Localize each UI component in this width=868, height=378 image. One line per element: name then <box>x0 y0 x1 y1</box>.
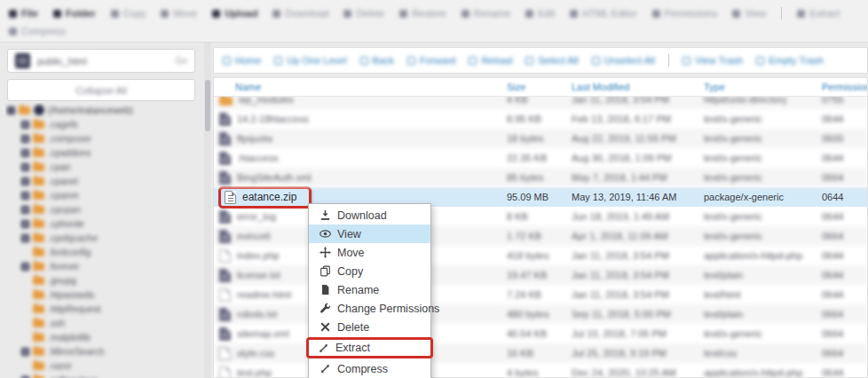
toolbar-copy-button[interactable]: Copy <box>111 8 146 19</box>
expand-icon[interactable] <box>21 135 29 143</box>
tree-item-razor[interactable]: .razor <box>5 358 204 373</box>
tree-item-cpobjcache[interactable]: .cpobjcache <box>5 231 204 245</box>
folder-icon <box>33 277 44 285</box>
file-perms: 0664 <box>822 348 867 358</box>
toolbar-extract-button[interactable]: Extract <box>797 8 840 19</box>
nav-back-button[interactable]: Back <box>360 55 394 66</box>
tree-item-softaculous[interactable]: .softaculous <box>5 373 204 378</box>
scrollbar-thumb[interactable] <box>205 80 210 131</box>
nav-reload-button[interactable]: Reload <box>469 55 512 66</box>
file-modified: Jul 10, 2018, 7:05 PM <box>572 328 704 339</box>
folder-icon <box>33 149 44 157</box>
tree-item-htpasswds[interactable]: .htpasswds <box>5 287 204 302</box>
nav-up-one-level-button[interactable]: Up One Level <box>274 55 346 66</box>
file-perms: 0600 <box>822 133 867 144</box>
expand-icon[interactable] <box>21 149 29 157</box>
file-icon <box>225 191 236 204</box>
toolbar-download-button[interactable]: Download <box>272 8 328 19</box>
context-menu-item-view[interactable]: View <box>309 224 430 243</box>
context-menu-item-download[interactable]: Download <box>309 206 430 224</box>
tree-item-gnupg[interactable]: .gnupg <box>5 273 204 287</box>
context-menu-item-change-permissions[interactable]: Change Permissions <box>309 299 430 318</box>
toolbar-upload-button[interactable]: Upload <box>212 8 257 19</box>
tree-root[interactable]: (/home/eatanceweb) <box>5 103 204 117</box>
tree-item-ssh[interactable]: .ssh <box>5 316 204 330</box>
context-menu-item-copy[interactable]: Copy <box>309 262 430 280</box>
collapse-icon[interactable] <box>7 106 15 114</box>
file-size: 8.95 KB <box>507 114 572 124</box>
expand-icon[interactable] <box>21 192 29 200</box>
column-header-size[interactable]: Size <box>507 82 572 92</box>
tree-item-forever[interactable]: .forever <box>5 259 204 273</box>
file-icon <box>219 152 231 165</box>
nav-home-button[interactable]: Home <box>223 55 261 66</box>
tree-item-cpcpan[interactable]: .cpcpan <box>5 202 204 217</box>
up-one-level-icon <box>274 57 282 65</box>
expand-icon[interactable] <box>21 348 29 356</box>
file-size: 8 KB <box>507 211 572 222</box>
file-modified: Feb 13, 2018, 6:17 PM <box>572 114 704 124</box>
toolbar-view-button[interactable]: View <box>732 8 766 19</box>
toolbar-restore-button[interactable]: Restore <box>399 8 446 19</box>
file-row-htaccess[interactable]: .htaccess 22.35 KB Aug 30, 2018, 1:09 PM… <box>214 148 867 168</box>
expand-icon[interactable] <box>21 220 29 228</box>
folder-icon <box>33 121 44 129</box>
tree-item-composer[interactable]: .composer <box>5 131 204 146</box>
toolbar-move-button[interactable]: Move <box>161 8 197 19</box>
context-menu-item-rename[interactable]: Rename <box>309 280 430 299</box>
go-button[interactable]: Go <box>176 56 187 66</box>
tree-item-cpanel[interactable]: .cpanel <box>5 174 204 188</box>
context-menu-item-move[interactable]: Move <box>309 243 430 262</box>
toolbar-edit-button[interactable]: Edit <box>525 8 555 19</box>
collapse-all-button[interactable]: Collapse All <box>7 79 195 101</box>
file-icon <box>219 171 231 185</box>
file-icon <box>219 210 231 224</box>
nav-unselect-all-button[interactable]: Unselect All <box>592 55 655 66</box>
expand-icon[interactable] <box>21 177 29 185</box>
file-modified: Jul 25, 2018, 9:19 PM <box>572 348 704 358</box>
toolbar-rename-button[interactable]: Rename <box>462 8 511 19</box>
context-menu-item-extract[interactable]: Extract <box>306 337 433 358</box>
folder-icon <box>33 319 44 327</box>
tree-item-mirrorsearch[interactable]: .MirrorSearch <box>5 344 204 358</box>
toolbar-html-editor-button[interactable]: HTML Editor <box>570 8 636 19</box>
expand-icon[interactable] <box>21 163 29 171</box>
expand-icon[interactable] <box>21 206 29 214</box>
expand-icon[interactable] <box>21 121 29 129</box>
tree-item-cpaddons[interactable]: .cpaddons <box>5 146 204 160</box>
toolbar-folder-button[interactable]: Folder <box>53 8 96 19</box>
tree-item-matplotlib[interactable]: .matplotlib <box>5 330 204 344</box>
expand-icon[interactable] <box>21 263 29 271</box>
tree-item-cpan[interactable]: .cpan <box>5 160 204 174</box>
toolbar-permissions-button[interactable]: Permissions <box>652 8 718 19</box>
toolbar-file-button[interactable]: File <box>9 8 38 19</box>
sidebar-scrollbar[interactable] <box>204 43 211 378</box>
file-modified: Aug 22, 2019, 11:55 PM <box>572 133 704 144</box>
toolbar-compress-button[interactable]: Compress <box>9 26 66 36</box>
tree-item-cphorde[interactable]: .cphorde <box>5 217 204 231</box>
tree-item-cagefs[interactable]: .cagefs <box>5 117 204 131</box>
search-input[interactable] <box>37 56 169 67</box>
tree-item-cpanm[interactable]: .cpanm <box>5 188 204 202</box>
column-header-modified[interactable]: Last Modified <box>572 82 704 92</box>
nav-select-all-button[interactable]: Select All <box>525 55 578 66</box>
column-header-type[interactable]: Type <box>704 82 822 92</box>
menu-icon[interactable] <box>15 53 30 68</box>
file-row-bingsiteauth-xml[interactable]: BingSiteAuth.xml 85 bytes May 7, 2018, 1… <box>214 168 867 187</box>
expand-icon[interactable] <box>21 234 29 242</box>
file-perms: 0644 <box>822 367 867 378</box>
column-header-permissions[interactable]: Permissions <box>822 82 868 92</box>
toolbar-delete-button[interactable]: Delete <box>343 8 384 19</box>
nav-empty-trash-button[interactable]: Empty Trash <box>756 55 824 66</box>
nav-forward-button[interactable]: Forward <box>407 55 455 66</box>
context-menu-item-delete[interactable]: Delete <box>309 318 430 336</box>
tree-item-httprequest[interactable]: .httpRequest <box>5 302 204 316</box>
file-row-14-2-18htaccess[interactable]: 14.2-18htaccess 8.95 KB Feb 13, 2018, 6:… <box>214 109 867 129</box>
column-header-name[interactable]: Name <box>214 82 507 92</box>
file-modified: Dec 24, 2020, 10:25 AM <box>572 367 704 378</box>
file-name-annotation: test.php <box>217 365 277 378</box>
tree-item-fontconfig[interactable]: .fontconfig <box>5 245 204 259</box>
context-menu-item-compress[interactable]: Compress <box>309 359 430 378</box>
file-row-ftpquota[interactable]: ftpquota 18 bytes Aug 22, 2019, 11:55 PM… <box>214 129 867 148</box>
nav-view-trash-button[interactable]: View Trash <box>683 55 743 66</box>
